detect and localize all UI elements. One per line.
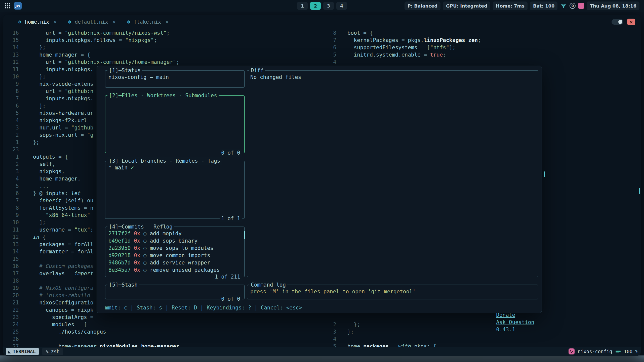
tab-home-nix[interactable]: ❄ home.nix × (18, 19, 57, 25)
line-number: 11 (3, 226, 19, 234)
apps-grid-icon[interactable] (5, 3, 11, 9)
line-number: 8 (3, 204, 19, 212)
line-number: 6 (3, 102, 19, 110)
tab-bar: ❄ home.nix × ❄ default.nix × ❄ flake.nix… (3, 15, 641, 27)
line-number: 16 (3, 263, 19, 270)
line-number: 6 (3, 190, 19, 197)
repo-icon (569, 348, 575, 354)
code-line: 4 (327, 59, 641, 66)
commits-scrollbar-thumb[interactable] (244, 231, 245, 239)
scroll-lines-icon[interactable] (616, 349, 621, 353)
line-number: 27 (3, 343, 19, 347)
commit-message: add sops binary (147, 238, 197, 244)
ask-question-link[interactable]: Ask Question (496, 319, 534, 325)
commit-message: move sops to modules (147, 245, 214, 251)
line-number: 3 (3, 168, 19, 175)
line-number: 12 (3, 59, 19, 66)
line-number: 13 (3, 241, 19, 248)
tab-close-icon[interactable]: × (113, 19, 116, 25)
lazygit-stash-panel[interactable]: [5]─Stash 0 of 0 (105, 285, 245, 299)
gpu-chip[interactable]: GPU: Integrated (443, 2, 490, 10)
pink-indicator-icon[interactable] (578, 3, 584, 9)
clock[interactable]: Thu Aug 08, 18:16 (587, 2, 639, 10)
panel-title: [4]─Commits - Reflog (107, 223, 174, 231)
lazygit-command-log-panel[interactable]: Command log press 'M' in the files panel… (247, 285, 538, 299)
editor-scrollbar-thumb[interactable] (639, 188, 640, 194)
mode-label: TERMINAL (13, 349, 36, 354)
keybind-hints: mmit: c | Stash: s | Reset: D | Keybindi… (105, 304, 302, 341)
commit-row[interactable]: 2a23950 0x ○ move sops to modules (108, 245, 241, 252)
line-number: 23 (3, 314, 19, 321)
top-status-bar: JW 1 2 3 4 P: Balanced GPU: Integrated H… (0, 0, 644, 12)
shell-tab[interactable]: ✎ zsh (42, 348, 63, 355)
commit-message: add service-wrapper (147, 260, 210, 266)
battery-chip[interactable]: Bat: 100 (530, 2, 558, 10)
wifi-icon[interactable] (560, 3, 567, 9)
commit-row[interactable]: 8e345a7 0x ○ remove unused packages (108, 266, 241, 274)
lazygit-commits-panel[interactable]: [4]─Commits - Reflog 2717f2f 0x ○ add mo… (105, 227, 245, 277)
notifications-badge[interactable]: 0 (570, 3, 576, 9)
tab-close-icon[interactable]: × (166, 19, 169, 25)
workspace-4[interactable]: 4 (336, 2, 347, 10)
commit-row[interactable]: d920218 0x ○ move common imports (108, 252, 241, 259)
panel-title: [5]─Stash (107, 281, 139, 289)
window-close-button[interactable]: × (627, 19, 635, 25)
toggle-switch[interactable] (612, 19, 623, 25)
command-log-content: press 'M' in the files panel to open 'gi… (247, 285, 538, 295)
commit-message: move common imports (147, 252, 210, 258)
line-number: 9 (3, 212, 19, 219)
panel-title: Command log (249, 281, 287, 289)
panel-count: 1 of 211 (213, 273, 242, 281)
panel-count: 0 of 0 (220, 295, 242, 303)
nix-snowflake-icon: ❄ (127, 19, 131, 25)
line-number: 5 (327, 51, 336, 59)
lazygit-version: 0.43.1 (496, 327, 515, 333)
line-number: 4 (327, 59, 336, 66)
power-profile-chip[interactable]: P: Balanced (405, 2, 440, 10)
commit-tag: 0x (131, 252, 140, 258)
line-number: 15 (3, 37, 19, 44)
branch-row[interactable]: * main ✓ (108, 164, 241, 171)
line-number: 7 (327, 37, 336, 44)
mode-icon: ◣ (8, 349, 11, 354)
line-number: 1 (3, 153, 19, 161)
workspace-1[interactable]: 1 (297, 2, 308, 10)
tab-close-icon[interactable]: × (54, 19, 57, 25)
donate-link[interactable]: Donate (496, 312, 515, 318)
commit-hash: 8e345a7 (108, 267, 131, 273)
lazygit-files-panel[interactable]: [2]─Files - Worktrees - Submodules 0 of … (105, 95, 245, 153)
tab-label: home.nix (25, 19, 49, 25)
line-number: 8 (3, 88, 19, 95)
commit-hash: 9486b7d (108, 260, 131, 266)
ping-chip[interactable]: Home: 7ms (493, 2, 528, 10)
commit-row[interactable]: 9486b7d 0x ○ add service-wrapper (108, 259, 241, 266)
workspace-3[interactable]: 3 (323, 2, 334, 10)
lazygit-keybind-bar: mmit: c | Stash: s | Reset: D | Keybindi… (105, 304, 538, 341)
commit-row[interactable]: b49ef1d 0x ○ add sops binary (108, 237, 241, 245)
workspace-2-active[interactable]: 2 (310, 2, 321, 10)
line-number: 17 (3, 270, 19, 277)
code-line: 12 url = "github:nix-community/home-mana… (3, 59, 327, 66)
commit-node-icon: ○ (140, 238, 146, 244)
commit-tag: 0x (131, 238, 140, 244)
code-line: 15 inputs.nixpkgs.follows = "nixpkgs"; (3, 37, 327, 44)
commit-message: add mopidy (147, 231, 182, 237)
lazygit-popup: [1]─Status nixos-config → main [2]─Files… (97, 66, 542, 313)
nix-snowflake-icon: ❄ (18, 19, 22, 25)
user-logo[interactable]: JW (14, 2, 22, 10)
code-line: 13 home-manager = { (3, 51, 327, 59)
desktop: JW 1 2 3 4 P: Balanced GPU: Integrated H… (0, 0, 644, 362)
lazygit-branches-panel[interactable]: [3]─Local branches - Remotes - Tags * ma… (105, 161, 245, 219)
commit-row[interactable]: 2717f2f 0x ○ add mopidy (108, 230, 241, 237)
lazygit-diff-panel[interactable]: Diff No changed files (247, 70, 538, 277)
tab-default-nix[interactable]: ❄ default.nix × (68, 19, 115, 25)
wallpaper-band (0, 355, 644, 362)
popup-scrollbar-thumb[interactable] (544, 171, 545, 177)
branch-check-icon: ✓ (128, 165, 134, 171)
lazygit-status-panel[interactable]: [1]─Status nixos-config → main (105, 70, 245, 88)
tab-flake-nix[interactable]: ❄ flake.nix × (127, 19, 169, 25)
line-number: 13 (3, 51, 19, 59)
panel-count: 0 of 0 (220, 149, 242, 157)
commit-tag: 0x (131, 245, 140, 251)
commit-hash: 2717f2f (108, 231, 131, 237)
